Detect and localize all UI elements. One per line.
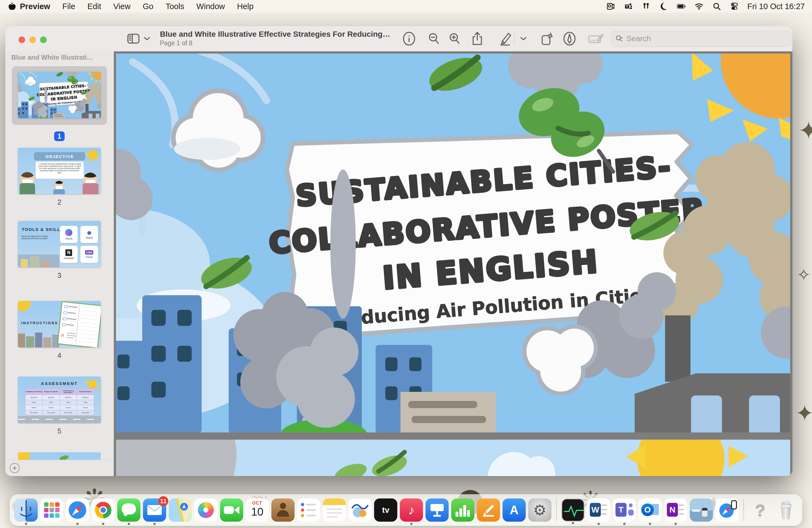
share-icon[interactable] — [469, 30, 485, 47]
wifi-icon[interactable] — [694, 2, 704, 11]
dock-contacts-icon[interactable] — [272, 498, 295, 522]
dock-calendar-icon[interactable]: OCT 10 — [246, 498, 269, 522]
dock-notes-icon[interactable] — [323, 498, 346, 522]
menu-bar: Preview File Edit View Go Tools Window H… — [0, 0, 812, 13]
thumb4-title: INSTRUCTIONS — [21, 321, 58, 325]
window-toolbar: Blue and White Illustrative Effective St… — [5, 26, 793, 52]
document-title: Blue and White Illustrative Effective St… — [160, 30, 397, 39]
highlight-chevron-icon[interactable] — [518, 30, 529, 47]
dock-photo-stack-icon[interactable] — [690, 498, 713, 522]
dock-freeform-icon[interactable] — [349, 498, 372, 522]
thumbnail-page-1[interactable]: 1 — [18, 72, 101, 118]
menu-item-file[interactable]: File — [62, 2, 75, 11]
thumbnail-page-3[interactable]: TOOLS & SKILLS We will use digital tools… — [18, 221, 101, 280]
sidebar-toggle-icon[interactable] — [126, 30, 141, 47]
search-field[interactable] — [611, 31, 791, 47]
dock-photos-icon[interactable] — [194, 498, 218, 522]
thumb3-building — [42, 260, 50, 267]
menu-item-tools[interactable]: Tools — [165, 2, 184, 11]
poster-illustration — [116, 54, 790, 432]
zoom-out-icon[interactable] — [425, 30, 442, 47]
thumb4-city — [18, 332, 59, 348]
rotate-left-icon[interactable] — [538, 30, 555, 47]
apple-menu-icon[interactable] — [6, 2, 16, 11]
dock-outlook-icon[interactable]: O — [639, 498, 662, 522]
thumbnail-5-page-number: 5 — [18, 427, 101, 436]
dock-word-icon[interactable]: W — [587, 498, 610, 522]
markup-pen-icon[interactable] — [561, 30, 578, 47]
thumb5-title: ASSESSMENT — [18, 381, 101, 386]
dock-reminders-icon[interactable] — [297, 498, 320, 522]
outlook-status-icon[interactable] — [606, 2, 615, 11]
wallpaper-sparkle: ✦ — [795, 400, 812, 426]
dock-messages-icon[interactable] — [117, 498, 141, 522]
menu-item-help[interactable]: Help — [237, 2, 253, 11]
thumb2-body: 1. Students will work collaboratively to… — [35, 162, 84, 179]
thumbnail-page-5[interactable]: ASSESSMENT Vocabulary & Grammar Design &… — [18, 377, 101, 436]
highlight-pen-icon[interactable] — [497, 30, 514, 47]
thumbnail-1-page-badge: 1 — [54, 131, 64, 141]
menu-item-view[interactable]: View — [113, 2, 130, 11]
thumb3-building — [30, 256, 40, 267]
thumbnail-page-2[interactable]: OBJECTIVE 1. Students will work collabor… — [18, 148, 101, 207]
thumb2-kid-left-body — [19, 183, 35, 194]
svg-text:T: T — [626, 5, 628, 9]
zoom-window-button[interactable] — [40, 36, 47, 43]
dock-finder-icon[interactable] — [15, 498, 38, 522]
fill-sign-icon — [586, 30, 605, 47]
spotlight-search-icon[interactable] — [712, 2, 721, 11]
dock-keynote-icon[interactable] — [425, 498, 449, 522]
menubar-clock[interactable]: Fri 10 Oct 16:27 — [748, 2, 805, 11]
dock-appletv-icon[interactable]: tv — [374, 498, 397, 522]
zoom-in-icon[interactable] — [446, 30, 463, 47]
dock-settings-icon[interactable]: ⚙ — [528, 498, 552, 522]
search-input[interactable] — [626, 34, 787, 43]
dock-facetime-icon[interactable] — [220, 498, 243, 522]
dock-appstore-icon[interactable]: A — [503, 498, 526, 522]
dock-launchpad-icon[interactable] — [40, 498, 63, 522]
dock-music-icon[interactable]: ♪ — [400, 498, 423, 522]
dock-chrome-icon[interactable] — [92, 498, 115, 522]
dock: 11 OCT 10 tv ♪ — [10, 494, 802, 526]
wallpaper-sparkle: ✧ — [797, 265, 811, 284]
dock-separator — [743, 499, 744, 521]
minimize-button[interactable] — [29, 36, 36, 43]
battery-icon[interactable] — [677, 2, 686, 11]
dock-trash-icon[interactable] — [774, 498, 798, 522]
add-page-button[interactable]: + — [10, 463, 19, 473]
dock-mail-icon[interactable]: 11 — [143, 498, 166, 522]
thumbnail-page-6[interactable] — [18, 452, 101, 460]
dock-onenote-icon[interactable]: N — [664, 498, 687, 522]
dock-activity-monitor-icon[interactable] — [562, 498, 585, 522]
info-icon[interactable] — [401, 30, 417, 47]
thumb3-tool-canva: Canva — [60, 226, 77, 243]
menu-item-window[interactable]: Window — [197, 2, 225, 11]
dock-pages-icon[interactable] — [477, 498, 500, 522]
teams-status-icon[interactable]: T — [624, 2, 633, 11]
document-viewer[interactable] — [114, 52, 793, 476]
dock-teams-icon[interactable]: T — [613, 498, 636, 522]
focus-moon-icon[interactable] — [659, 2, 668, 11]
sidebar-chevron-icon[interactable] — [142, 30, 151, 47]
menu-item-preview[interactable]: Preview — [20, 2, 50, 11]
sidebar-footer: + — [5, 460, 114, 476]
airpods-status-icon[interactable] — [641, 2, 651, 11]
thumb2-kid-right-body — [83, 183, 99, 194]
pdf-page-2-top — [116, 440, 790, 476]
thumb6-sun-icon — [18, 452, 30, 460]
dock-safari-icon[interactable] — [66, 498, 89, 522]
menu-item-edit[interactable]: Edit — [87, 2, 101, 11]
thumbnail-4-page-number: 4 — [18, 351, 101, 360]
wallpaper-sparkle: ✦ — [798, 116, 812, 145]
dock-maps-icon[interactable] — [169, 498, 192, 522]
menu-item-go[interactable]: Go — [143, 2, 154, 11]
thumbnail-2-page-number: 2 — [18, 198, 101, 207]
dock-numbers-icon[interactable] — [451, 498, 475, 522]
dock-help-icon[interactable]: ? — [749, 498, 772, 522]
close-button[interactable] — [18, 36, 25, 43]
thumb3-tool-teams: ☻ Teams — [81, 226, 98, 243]
dock-iphone-mirroring-icon[interactable] — [715, 498, 739, 522]
control-center-icon[interactable] — [730, 2, 739, 11]
thumbnail-3-page-number: 3 — [18, 271, 101, 280]
thumbnail-page-4[interactable]: INSTRUCTIONS !! — [18, 301, 101, 360]
